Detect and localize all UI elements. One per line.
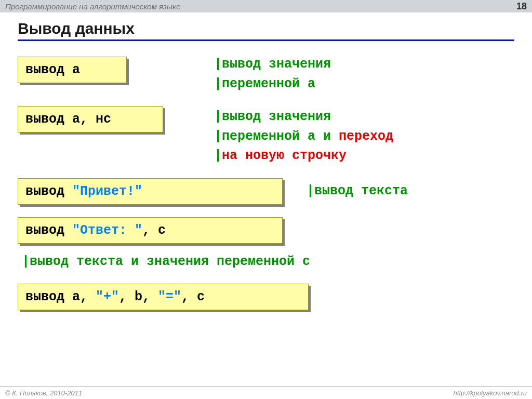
page-number: 18 (516, 1, 527, 12)
code-box: вывод a, "+", b, "=", c (18, 284, 309, 310)
annotation: |вывод текста (307, 181, 408, 201)
annot-line: |вывод текста (307, 181, 408, 201)
code-box: вывод "Привет!" (18, 178, 283, 205)
row-output-hello: вывод "Привет!" |вывод текста (18, 178, 514, 205)
header-title: Программирование на алгоритмическом язык… (5, 2, 181, 11)
annotation: |вывод значения |переменной a (214, 55, 331, 94)
annot-line: |вывод значения (214, 55, 331, 74)
annot-line: |на новую строчку (214, 146, 393, 166)
row-output-a: вывод a |вывод значения |переменной a (18, 57, 514, 94)
code-box: вывод a (18, 57, 127, 83)
row-output-answer: вывод "Ответ: ", c |вывод текста и значе… (18, 217, 514, 272)
annot-line: |вывод текста и значения переменной c (22, 252, 310, 272)
code-box: вывод "Ответ: ", c (18, 217, 283, 244)
footer: © К. Поляков, 2010-2011 http://kpolyakov… (0, 387, 532, 399)
annot-line: |переменной a и переход (214, 127, 393, 147)
annotation: |вывод текста и значения переменной c (22, 252, 310, 272)
footer-left: © К. Поляков, 2010-2011 (5, 389, 82, 397)
header-bar: Программирование на алгоритмическом язык… (0, 0, 532, 12)
slide-title: Вывод данных (18, 20, 532, 37)
footer-right: http://kpolyakov.narod.ru (454, 389, 527, 397)
title-underline (18, 39, 514, 41)
code-box: вывод a, нс (18, 106, 163, 132)
row-output-a-nc: вывод a, нс |вывод значения |переменной … (18, 106, 514, 166)
row-output-abc: вывод a, "+", b, "=", c (18, 284, 514, 310)
content: вывод a |вывод значения |переменной a вы… (18, 57, 514, 310)
annotation: |вывод значения |переменной a и переход … (214, 107, 393, 166)
annot-line: |вывод значения (214, 107, 393, 127)
annot-line: |переменной a (214, 74, 331, 94)
